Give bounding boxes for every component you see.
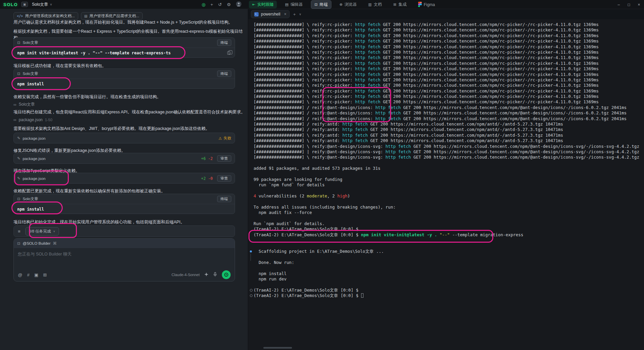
- file-edit-card-failed[interactable]: ✎package.json⚠失败: [13, 133, 235, 143]
- tab-live-follow[interactable]: ⇤实时跟随: [249, 1, 277, 8]
- mic-icon[interactable]: [213, 272, 217, 278]
- terminal-line: Scaffolding project in E:\ATrae_Demos\So…: [254, 249, 644, 254]
- terminal-icon: ⊡: [315, 2, 318, 7]
- terminal-line: [##################] \ reify:rc-picker: …: [254, 94, 644, 99]
- minimize-button[interactable]: –: [614, 0, 624, 9]
- terminal-line: [##################] \ reify:rc-picker: …: [254, 83, 644, 88]
- diff-removed: -0: [208, 176, 213, 181]
- terminal-line: Done. Now run:: [254, 260, 644, 265]
- warning-icon: ⚠: [218, 136, 222, 141]
- workspace-switcher[interactable]: Solo文章 ∨: [32, 2, 52, 7]
- file-edit-card[interactable]: ✎package.json+6-2审查: [13, 153, 235, 164]
- terminal-line: [##################] \ reify:rc-picker: …: [254, 44, 644, 50]
- terminal-line: [254, 216, 644, 221]
- close-icon[interactable]: ×: [284, 12, 286, 17]
- view-tabs: ⇤实时跟随 ▤编辑器 ⊡终端 ⊕浏览器 ▥文档 ⊞集成 Figma: [249, 0, 438, 9]
- panel-toggle-icon[interactable]: ▣: [21, 2, 28, 7]
- settings-gear-icon[interactable]: ⚙: [227, 2, 231, 7]
- terminal-line: [##################] \ reify:rc-picker: …: [254, 66, 644, 72]
- diff-added: +2: [201, 176, 206, 181]
- terminal-command-card: ⊡Solo文章终端 npm install: [13, 194, 235, 214]
- file-edit-card[interactable]: ✎package.json+2-0审查: [13, 173, 235, 184]
- command-text: npm init vite-init@latest -y . "--" --te…: [17, 51, 171, 55]
- history-icon[interactable]: ↺: [218, 2, 222, 7]
- terminal-line: 99 packages are looking for funding: [254, 177, 644, 182]
- composer-toolbar: @ # ▣ ⊞ Claude-4-Sonnet: [14, 268, 235, 281]
- terminal-line: [##################] / reify:@ant-design…: [254, 116, 644, 122]
- edit-icon: ✎: [17, 156, 20, 161]
- terminal-line: (TraeAI-2) E:\ATrae_Demos\Solo文章 [0:0] $: [254, 288, 644, 293]
- file-reference[interactable]: ∞Solo文章: [13, 102, 35, 107]
- terminal-line: [##################] | reify:@ant-design…: [254, 149, 644, 155]
- editor-icon: ▤: [285, 2, 288, 7]
- tab-editor[interactable]: ▤编辑器: [282, 1, 306, 8]
- document-icon: ▤: [84, 14, 87, 18]
- terminal-line: [##################] \ reify:antd: http …: [254, 133, 644, 138]
- command-text: npm install: [17, 82, 44, 86]
- chevron-down-icon[interactable]: ∨: [299, 12, 301, 16]
- terminal-tab-powershell[interactable]: >_ powershell ×: [251, 10, 290, 18]
- review-button[interactable]: 审查: [217, 175, 231, 182]
- file-reference[interactable]: ∞package.json1-50: [13, 117, 52, 122]
- terminal-line: [254, 243, 644, 249]
- new-terminal-icon[interactable]: +: [293, 12, 296, 17]
- top-bar: SOLO ▣ Solo文章 ∨ ◎ + ↺ ⚙ ⇤实时跟随 ▤编辑器 ⊡终端 ⊕…: [0, 0, 644, 9]
- open-terminal-button[interactable]: 终端: [217, 71, 231, 77]
- assistant-paragraph: 需要根据技术架构文档添加Ant Design、JWT、bcrypt等必要依赖。现…: [13, 126, 247, 132]
- terminal-line: [##################] \ reify:antd: http …: [254, 138, 644, 143]
- at-icon[interactable]: @: [18, 272, 22, 277]
- copy-icon[interactable]: [227, 51, 230, 55]
- terminal-line: [##################] / reify:antd: http …: [254, 127, 644, 132]
- tab-integrations[interactable]: ⊞集成: [390, 1, 410, 8]
- doc-chip-tech[interactable]: </>用户管理系统技术架构文档...: [13, 12, 78, 20]
- link-icon: ∞: [13, 117, 17, 122]
- maximize-button[interactable]: □: [624, 0, 634, 9]
- terminal-line: Run `npm audit` for details.: [254, 221, 644, 226]
- terminal-line: npm run dev: [254, 276, 644, 282]
- sparkle-icon[interactable]: [204, 272, 208, 277]
- grid-icon[interactable]: ⊞: [43, 272, 47, 277]
- command-text: npm install: [17, 207, 44, 212]
- terminal-line: To address all issues (including breakin…: [254, 205, 644, 210]
- terminal-line: [##################] \ reify:rc-picker: …: [254, 38, 644, 44]
- add-icon[interactable]: +: [210, 2, 213, 7]
- terminal-line: [254, 238, 644, 243]
- open-terminal-button[interactable]: 终端: [217, 39, 231, 46]
- terminal-panel: >_ powershell × + ∨ [##################]…: [248, 9, 644, 350]
- docs-icon: ▥: [368, 2, 372, 7]
- terminal-line: (TraeAI-2) E:\ATrae_Demos\Solo文章 [0:0] $: [254, 293, 644, 298]
- task-progress-chip[interactable]: 0/8 任务完成∨: [25, 227, 59, 236]
- chat-input[interactable]: 您正在与 SOLO Builder 聊天: [14, 248, 235, 261]
- avatar[interactable]: [236, 1, 241, 8]
- terminal-line: [254, 160, 644, 166]
- terminal-tab-bar: >_ powershell × + ∨: [248, 9, 644, 19]
- terminal-icon: ⊡: [17, 72, 20, 76]
- terminal-icon: ⊡: [17, 197, 20, 201]
- terminal-line: [##################] \ reify:rc-picker: …: [254, 77, 644, 83]
- tab-browser[interactable]: ⊕浏览器: [336, 1, 360, 8]
- review-button[interactable]: 审查: [217, 155, 231, 162]
- doc-chip-product[interactable]: ▤用户管理系统产品需求文档...: [81, 12, 143, 20]
- code-icon: </>: [17, 14, 23, 18]
- terminal-line: [254, 171, 644, 177]
- close-button[interactable]: ×: [634, 0, 644, 9]
- follow-to-bottom-icon[interactable]: ◎: [202, 2, 205, 7]
- terminal-line: [##################] \ reify:rc-picker: …: [254, 33, 644, 38]
- terminal-line: [##################] / reify:@ant-design…: [254, 110, 644, 116]
- solo-logo: SOLO: [3, 2, 18, 7]
- terminal-output[interactable]: [##################] \ reify:rc-picker: …: [248, 19, 644, 350]
- hash-icon[interactable]: #: [27, 272, 29, 277]
- send-button[interactable]: [222, 270, 231, 279]
- status-badge: 失败: [224, 136, 231, 141]
- image-icon[interactable]: ▣: [34, 272, 38, 277]
- terminal-line: [254, 254, 644, 260]
- model-selector[interactable]: Claude-4-Sonnet: [172, 273, 200, 277]
- tab-terminal[interactable]: ⊡终端: [311, 0, 331, 9]
- horizontal-scrollbar[interactable]: [263, 347, 292, 349]
- tab-figma[interactable]: Figma: [415, 1, 438, 9]
- composer-agent-header[interactable]: ⊡ @SOLO Builder ⌘: [14, 239, 235, 248]
- terminal-line: [##################] \ reify:@ant-design…: [254, 144, 644, 149]
- tab-docs[interactable]: ▥文档: [365, 1, 385, 8]
- open-terminal-button[interactable]: 终端: [217, 196, 231, 202]
- terminal-icon: ⊡: [17, 41, 20, 45]
